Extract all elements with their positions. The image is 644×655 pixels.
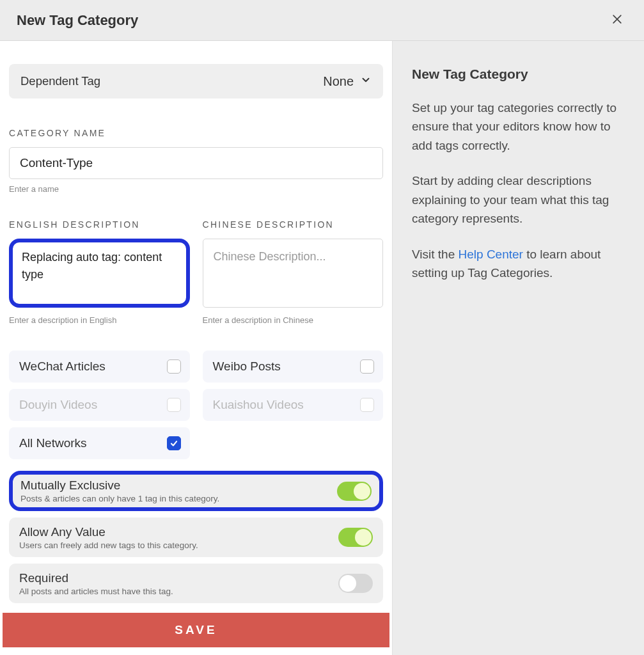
toggle-mutex[interactable] <box>337 482 372 501</box>
modal-title: New Tag Category <box>17 12 138 29</box>
dependent-tag-value: None <box>323 74 354 89</box>
modal-header: New Tag Category <box>0 0 644 41</box>
checkbox-checked-icon <box>167 436 181 450</box>
option-required-title: Required <box>19 571 173 585</box>
option-required-sub: All posts and articles must have this ta… <box>19 587 173 596</box>
option-allow-any-value[interactable]: Allow Any Value Users can freely add new… <box>9 517 383 557</box>
help-pane: New Tag Category Set up your tag categor… <box>393 41 644 655</box>
network-wechat[interactable]: WeChat Articles <box>9 351 190 383</box>
network-grid: WeChat Articles Weibo Posts Douyin Video… <box>9 351 383 459</box>
dependent-tag-select[interactable]: Dependent Tag None <box>9 64 383 99</box>
option-anyval-title: Allow Any Value <box>19 525 198 539</box>
category-name-input[interactable] <box>9 147 383 179</box>
option-anyval-sub: Users can freely add new tags to this ca… <box>19 541 198 550</box>
network-douyin-label: Douyin Videos <box>19 398 97 412</box>
toggle-required[interactable] <box>338 574 373 593</box>
network-douyin: Douyin Videos <box>9 389 190 421</box>
network-weibo[interactable]: Weibo Posts <box>203 351 384 383</box>
help-title: New Tag Category <box>412 67 625 82</box>
network-kuaishou: Kuaishou Videos <box>203 389 384 421</box>
chinese-desc-label: CHINESE DESCRIPTION <box>203 219 384 230</box>
form-pane: Dependent Tag None CATEGORY NAME Enter a… <box>0 41 393 655</box>
help-para-3: Visit the Help Center to learn about set… <box>412 245 625 283</box>
chinese-desc-hint: Enter a description in Chinese <box>203 315 384 325</box>
network-kuaishou-label: Kuaishou Videos <box>213 398 304 412</box>
network-weibo-label: Weibo Posts <box>213 359 281 374</box>
chinese-desc-input[interactable] <box>203 239 384 308</box>
checkbox-icon <box>360 359 374 374</box>
dependent-tag-label: Dependent Tag <box>20 74 100 88</box>
network-wechat-label: WeChat Articles <box>19 359 106 374</box>
close-button[interactable] <box>607 9 627 32</box>
help-para-1: Set up your tag categories correctly to … <box>412 99 625 155</box>
option-mutually-exclusive[interactable]: Mutually Exclusive Posts & articles can … <box>9 471 383 511</box>
help-para-2: Start by adding clear descriptions expla… <box>412 171 625 228</box>
english-desc-input[interactable] <box>9 239 190 308</box>
close-icon <box>611 13 624 29</box>
save-button[interactable]: SAVE <box>3 613 389 647</box>
help-center-link[interactable]: Help Center <box>459 248 523 261</box>
option-mutex-sub: Posts & articles can only have 1 tag in … <box>20 494 219 503</box>
english-desc-hint: Enter a description in English <box>9 315 190 325</box>
network-all-label: All Networks <box>19 436 87 450</box>
checkbox-icon <box>167 398 181 412</box>
category-name-hint: Enter a name <box>9 184 383 194</box>
option-required[interactable]: Required All posts and articles must hav… <box>9 564 383 603</box>
option-mutex-title: Mutually Exclusive <box>20 478 219 493</box>
english-desc-label: ENGLISH DESCRIPTION <box>9 219 190 230</box>
category-name-label: CATEGORY NAME <box>9 128 383 138</box>
toggle-anyval[interactable] <box>338 528 373 547</box>
network-all[interactable]: All Networks <box>9 427 190 459</box>
chevron-down-icon <box>360 74 372 89</box>
checkbox-icon <box>167 359 181 374</box>
checkbox-icon <box>360 398 374 412</box>
